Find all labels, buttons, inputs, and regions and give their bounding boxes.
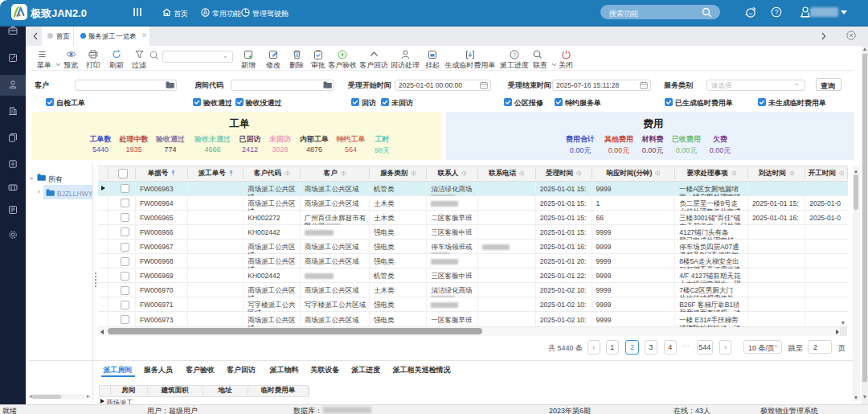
svg-text:?: ? xyxy=(513,51,516,58)
svg-text:?: ? xyxy=(775,8,779,16)
